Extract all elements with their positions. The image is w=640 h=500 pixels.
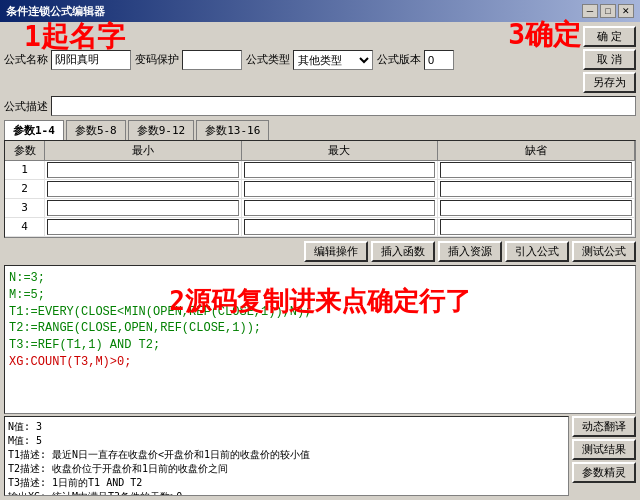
row4-default[interactable] [438,218,635,236]
col-header-default: 缺省 [438,141,635,160]
formula-name-label: 公式名称 [4,52,48,67]
edit-operation-button[interactable]: 编辑操作 [304,241,368,262]
row2-default-input[interactable] [440,181,632,197]
col-header-min: 最小 [45,141,242,160]
row3-max-input[interactable] [244,200,436,216]
code-line-1: N:=3; [9,270,631,287]
formula-version-label: 公式版本 [377,52,421,67]
row3-default-input[interactable] [440,200,632,216]
col-header-param: 参数 [5,141,45,160]
row4-max[interactable] [242,218,439,236]
row1-default-input[interactable] [440,162,632,178]
test-result-button[interactable]: 测试结果 [572,439,636,460]
params-tabs: 参数1-4 参数5-8 参数9-12 参数13-16 [4,120,636,140]
overlay-step3: 3确定 [508,16,581,54]
title-bar: 条件连锁公式编辑器 ─ □ ✕ [0,0,640,22]
row1-min[interactable] [45,161,242,179]
table-row: 1 [5,161,635,180]
formula-version-input[interactable] [424,50,454,70]
status-line-6: 输出XG: 统计M中满足T3条件的天数>0 [8,490,565,496]
tab-params-9-12[interactable]: 参数9-12 [128,120,195,140]
code-line-3: T1:=EVERY(CLOSE<MIN(OPEN,REF(CLOSE,1)),N… [9,304,631,321]
code-line-6: XG:COUNT(T3,M)>0; [9,354,631,371]
row2-num: 2 [5,180,45,198]
status-line-3: T1描述: 最近N日一直存在收盘价<开盘价和1日前的收盘价的较小值 [8,448,565,462]
confirm-button[interactable]: 确 定 [583,26,636,47]
action-buttons-row: 编辑操作 插入函数 插入资源 引入公式 测试公式 [4,241,636,262]
row1-max[interactable] [242,161,439,179]
tab-params-5-8[interactable]: 参数5-8 [66,120,126,140]
col-header-max: 最大 [242,141,439,160]
formula-name-input[interactable] [51,50,131,70]
dynamic-translate-button[interactable]: 动态翻译 [572,416,636,437]
formula-type-group: 公式类型 其他类型 买卖点 主图 [246,50,373,70]
bottom-panel: N值: 3 M值: 5 T1描述: 最近N日一直存在收盘价<开盘价和1日前的收盘… [4,416,636,496]
right-action-buttons: 确 定 取 消 另存为 [583,26,636,93]
version-protect-label: 变码保护 [135,52,179,67]
row4-max-input[interactable] [244,219,436,235]
tab-params-13-16[interactable]: 参数13-16 [196,120,269,140]
close-button[interactable]: ✕ [618,4,634,18]
formula-desc-label: 公式描述 [4,99,48,114]
save-as-button[interactable]: 另存为 [583,72,636,93]
row1-max-input[interactable] [244,162,436,178]
code-line-4: T2:=RANGE(CLOSE,OPEN,REF(CLOSE,1)); [9,320,631,337]
side-panel-buttons: 动态翻译 测试结果 参数精灵 [572,416,636,496]
code-line-5: T3:=REF(T1,1) AND T2; [9,337,631,354]
code-editor-area[interactable]: N:=3; M:=5; T1:=EVERY(CLOSE<MIN(OPEN,REF… [4,265,636,414]
status-output-area: N值: 3 M值: 5 T1描述: 最近N日一直存在收盘价<开盘价和1日前的收盘… [4,416,569,496]
table-row: 2 [5,180,635,199]
test-formula-button[interactable]: 测试公式 [572,241,636,262]
formula-name-group: 公式名称 [4,50,131,70]
formula-type-select[interactable]: 其他类型 买卖点 主图 [293,50,373,70]
row2-max[interactable] [242,180,439,198]
row3-min-input[interactable] [47,200,239,216]
row2-default[interactable] [438,180,635,198]
row1-min-input[interactable] [47,162,239,178]
version-protect-input[interactable] [182,50,242,70]
row3-max[interactable] [242,199,439,217]
status-line-1: N值: 3 [8,420,565,434]
insert-resource-button[interactable]: 插入资源 [438,241,502,262]
tab-params-1-4[interactable]: 参数1-4 [4,120,64,140]
row4-num: 4 [5,218,45,236]
row4-default-input[interactable] [440,219,632,235]
window-controls: ─ □ ✕ [582,4,634,18]
minimize-button[interactable]: ─ [582,4,598,18]
cancel-button[interactable]: 取 消 [583,49,636,70]
row3-default[interactable] [438,199,635,217]
row1-default[interactable] [438,161,635,179]
maximize-button[interactable]: □ [600,4,616,18]
row2-min-input[interactable] [47,181,239,197]
formula-type-label: 公式类型 [246,52,290,67]
row4-min[interactable] [45,218,242,236]
formula-desc-input[interactable] [51,96,636,116]
table-header: 参数 最小 最大 缺省 [5,141,635,161]
version-protect-group: 变码保护 [135,50,242,70]
code-line-2: M:=5; [9,287,631,304]
import-formula-button[interactable]: 引入公式 [505,241,569,262]
param-wizard-button[interactable]: 参数精灵 [572,462,636,483]
status-line-4: T2描述: 收盘价位于开盘价和1日前的收盘价之间 [8,462,565,476]
row3-min[interactable] [45,199,242,217]
formula-version-group: 公式版本 [377,50,454,70]
params-table: 参数 最小 最大 缺省 1 2 3 4 [4,140,636,238]
main-container: 公式名称 变码保护 公式类型 其他类型 买卖点 主图 公式版本 1起名字 3确定… [0,22,640,500]
row1-num: 1 [5,161,45,179]
row2-min[interactable] [45,180,242,198]
insert-function-button[interactable]: 插入函数 [371,241,435,262]
row2-max-input[interactable] [244,181,436,197]
window-title: 条件连锁公式编辑器 [6,4,105,19]
status-line-2: M值: 5 [8,434,565,448]
table-row: 3 [5,199,635,218]
table-row: 4 [5,218,635,237]
status-line-5: T3描述: 1日前的T1 AND T2 [8,476,565,490]
row3-num: 3 [5,199,45,217]
row4-min-input[interactable] [47,219,239,235]
